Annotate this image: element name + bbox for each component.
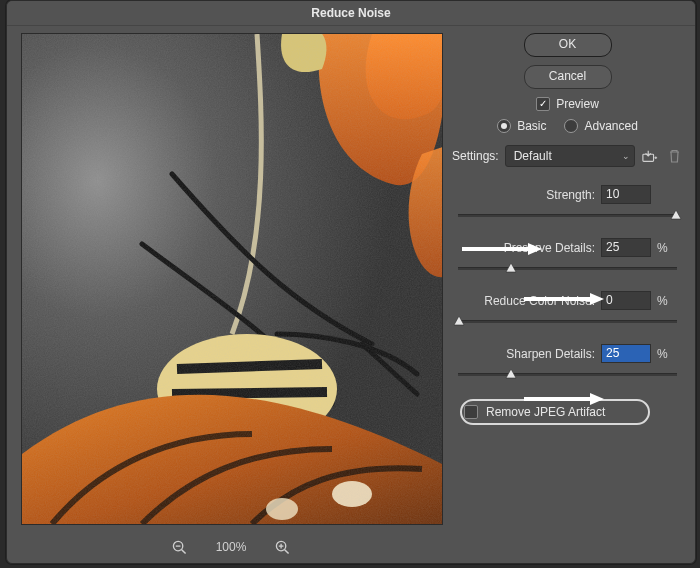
chevron-down-icon: ⌄ — [622, 151, 630, 161]
zoom-level: 100% — [216, 540, 247, 554]
preview-image[interactable] — [21, 33, 443, 525]
mode-basic[interactable]: Basic — [497, 119, 546, 133]
reduce-color-noise-slider[interactable] — [454, 314, 681, 328]
svg-marker-19 — [506, 369, 516, 378]
svg-marker-18 — [454, 316, 464, 325]
preserve-details-pct: % — [657, 241, 671, 255]
preview-checkbox[interactable] — [536, 97, 550, 111]
svg-marker-17 — [506, 263, 516, 272]
trash-icon — [665, 147, 683, 165]
preserve-details-value[interactable]: 25 — [601, 238, 651, 257]
strength-value[interactable]: 10 — [601, 185, 651, 204]
remove-jpeg-artifact-label: Remove JPEG Artifact — [486, 405, 605, 419]
sharpen-details-slider[interactable] — [454, 367, 681, 381]
zoom-bar: 100% — [21, 533, 441, 561]
strength-slider[interactable] — [454, 208, 681, 222]
sharpen-details-pct: % — [657, 347, 671, 361]
reduce-color-noise-group: Reduce Color Noise: 0 % — [454, 291, 681, 328]
preserve-details-label: Preserve Details: — [504, 241, 595, 255]
preview-label: Preview — [556, 97, 599, 111]
sharpen-details-group: Sharpen Details: 25 % — [454, 344, 681, 381]
reduce-noise-dialog: Reduce Noise — [6, 0, 696, 564]
svg-line-9 — [182, 549, 186, 553]
mode-row: Basic Advanced — [452, 119, 683, 133]
dialog-body: 100% OK Cancel Preview Basic Advanced — [7, 25, 695, 563]
controls-panel: OK Cancel Preview Basic Advanced Setting… — [452, 33, 683, 551]
preserve-details-group: Preserve Details: 25 % — [454, 238, 681, 275]
sharpen-details-value[interactable]: 25 — [601, 344, 651, 363]
strength-group: Strength: 10 — [454, 185, 681, 222]
svg-marker-16 — [671, 210, 681, 219]
remove-jpeg-artifact-checkbox[interactable] — [464, 405, 478, 419]
sharpen-details-label: Sharpen Details: — [506, 347, 595, 361]
svg-line-12 — [285, 549, 289, 553]
reduce-color-noise-label: Reduce Color Noise: — [484, 294, 595, 308]
zoom-out-icon[interactable] — [172, 539, 188, 555]
settings-preset-dropdown[interactable]: Default ⌄ — [505, 145, 635, 167]
mode-advanced-label: Advanced — [584, 119, 637, 133]
remove-jpeg-artifact-row: Remove JPEG Artifact — [460, 399, 650, 425]
reduce-color-noise-pct: % — [657, 294, 671, 308]
cancel-button[interactable]: Cancel — [524, 65, 612, 89]
radio-advanced[interactable] — [564, 119, 578, 133]
svg-rect-7 — [22, 34, 442, 524]
window-title: Reduce Noise — [7, 1, 695, 26]
radio-basic[interactable] — [497, 119, 511, 133]
reduce-color-noise-value[interactable]: 0 — [601, 291, 651, 310]
strength-label: Strength: — [546, 188, 595, 202]
preserve-details-slider[interactable] — [454, 261, 681, 275]
mode-advanced[interactable]: Advanced — [564, 119, 637, 133]
settings-label: Settings: — [452, 149, 499, 163]
settings-row: Settings: Default ⌄ — [452, 145, 683, 167]
preview-toggle-row: Preview — [452, 97, 683, 111]
ok-button[interactable]: OK — [524, 33, 612, 57]
zoom-in-icon[interactable] — [274, 539, 290, 555]
settings-preset-value: Default — [514, 149, 552, 163]
mode-basic-label: Basic — [517, 119, 546, 133]
save-preset-icon[interactable] — [641, 147, 659, 165]
